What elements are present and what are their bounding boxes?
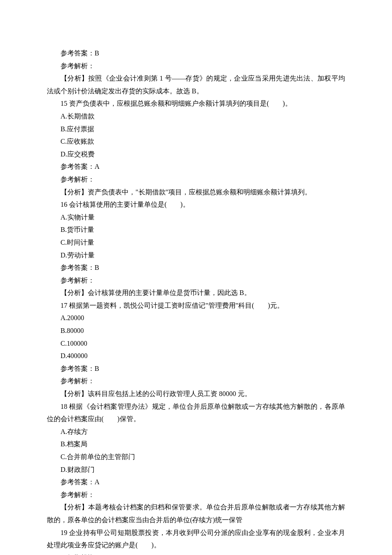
option-a: A.存续方 bbox=[47, 425, 345, 438]
question-text: 17 根据第一题资料，凯悦公司计提工资时应借记"管理费用"科目( )元。 bbox=[47, 299, 345, 312]
analysis-text: 【分析】按照《企业会计准则第 1 号——存货》的规定，企业应当采用先进先出法、加… bbox=[47, 72, 345, 97]
option-c: C.应收账款 bbox=[47, 135, 345, 148]
question-text: 15 资产负债表中，应根据总账余额和明细账户余额计算填列的项目是( )。 bbox=[47, 97, 345, 110]
question-text: 19 企业持有甲公司短期股票投资，本月收到甲公司分派的应由企业享有的现金股利，企… bbox=[47, 526, 345, 552]
analysis-label: 参考解析： bbox=[47, 489, 345, 501]
option-d: D.劳动计量 bbox=[47, 249, 345, 262]
analysis-text: 【分析】本题考核会计档案的归档和保管要求。单位合并后原单位解散或者一方存续其他方… bbox=[47, 501, 345, 526]
option-d: D.财政部门 bbox=[47, 463, 345, 476]
answer-text: 参考答案：B bbox=[47, 261, 345, 274]
option-c: C.合并前单位的主管部门 bbox=[47, 451, 345, 463]
option-c: C.时间计量 bbox=[47, 236, 345, 249]
option-d: D.应交税费 bbox=[47, 148, 345, 161]
option-b: B.80000 bbox=[47, 324, 345, 337]
document-content: 参考答案：B 参考解析： 【分析】按照《企业会计准则第 1 号——存货》的规定，… bbox=[47, 47, 345, 555]
option-d: D.400000 bbox=[47, 350, 345, 362]
option-a: A.20000 bbox=[47, 312, 345, 324]
analysis-label: 参考解析： bbox=[47, 60, 345, 72]
answer-text: 参考答案：B bbox=[47, 362, 345, 375]
analysis-label: 参考解析： bbox=[47, 375, 345, 387]
question-text: 16 会计核算使用的主要计量单位是( )。 bbox=[47, 198, 345, 211]
question-text: 18 根据《会计档案管理办法》规定，单位合并后原单位解散或一方存续其他方解散的，… bbox=[47, 400, 345, 425]
option-a: A.短期投资 bbox=[47, 552, 345, 555]
option-a: A.长期借款 bbox=[47, 110, 345, 123]
answer-text: 参考答案：B bbox=[47, 47, 345, 60]
option-c: C.100000 bbox=[47, 337, 345, 350]
analysis-label: 参考解析： bbox=[47, 173, 345, 186]
answer-text: 参考答案：A bbox=[47, 476, 345, 489]
answer-text: 参考答案：A bbox=[47, 160, 345, 173]
option-b: B.货币计量 bbox=[47, 223, 345, 236]
analysis-text: 【分析】会计核算使用的主要计量单位是货币计量，因此选 B。 bbox=[47, 286, 345, 299]
option-b: B.档案局 bbox=[47, 438, 345, 451]
analysis-text: 【分析】资产负债表中，"长期借款"项目，应根据总账余额和明细账余额计算填列。 bbox=[47, 186, 345, 199]
analysis-text: 【分析】该科目应包括上述的公司行政管理人员工资 80000 元。 bbox=[47, 387, 345, 400]
option-b: B.应付票据 bbox=[47, 123, 345, 136]
analysis-label: 参考解析： bbox=[47, 274, 345, 287]
option-a: A.实物计量 bbox=[47, 211, 345, 224]
